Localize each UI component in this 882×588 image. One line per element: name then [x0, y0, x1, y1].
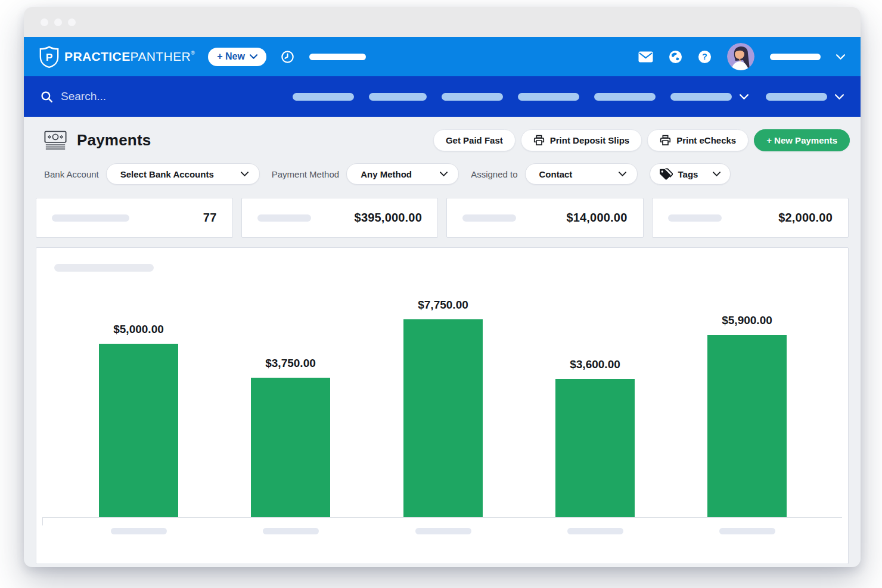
bar-value-label: $5,900.00 [688, 314, 807, 327]
print-deposit-slips-button[interactable]: Print Deposit Slips [521, 129, 642, 151]
chevron-down-icon [431, 172, 448, 176]
window-maximize-dot[interactable] [68, 18, 76, 26]
stats-row: 77 $395,000.00 $14,000.00 $2,000.00 [36, 198, 849, 238]
search-placeholder: Search... [61, 90, 106, 103]
bar-4[interactable] [555, 379, 635, 517]
brand-wordmark: PRACTICEPANTHER® [64, 49, 195, 64]
get-paid-fast-button[interactable]: Get Paid Fast [433, 129, 515, 151]
search-input[interactable]: Search... [41, 90, 106, 103]
bank-account-select[interactable]: Select Bank Accounts [106, 163, 260, 185]
chevron-down-icon [610, 172, 626, 176]
payments-money-icon [44, 130, 67, 150]
redacted-stat-label [462, 214, 516, 222]
svg-text:?: ? [702, 52, 707, 61]
print-echecks-button[interactable]: Print eChecks [647, 129, 749, 151]
payment-method-label: Payment Method [272, 169, 339, 179]
x-axis-label-placeholder [263, 528, 319, 534]
history-clock-icon[interactable] [281, 50, 294, 64]
chevron-down-icon [704, 172, 720, 176]
bar-value-label: $3,750.00 [231, 357, 350, 370]
nav-item-placeholder[interactable] [594, 93, 656, 101]
assigned-to-label: Assigned to [471, 169, 517, 179]
stat-card-total-2: $14,000.00 [446, 198, 644, 238]
nav-dropdown-chevron-icon[interactable] [835, 94, 844, 99]
stat-card-total-3: $2,000.00 [652, 198, 849, 238]
assigned-to-select[interactable]: Contact [525, 163, 638, 185]
y-axis-tick [42, 517, 43, 525]
payment-method-select[interactable]: Any Method [346, 163, 459, 185]
chevron-down-icon [250, 54, 257, 59]
logo-shield-icon: P [39, 46, 59, 68]
page-actions: Get Paid Fast Print Deposit Slips [433, 129, 850, 151]
nav-item-placeholder[interactable] [766, 93, 827, 101]
printer-icon [533, 135, 545, 146]
account-menu-chevron-icon[interactable] [836, 54, 845, 60]
filter-bar: Bank Account Select Bank Accounts Paymen… [44, 163, 850, 185]
window-minimize-dot[interactable] [54, 18, 62, 26]
x-axis-label-placeholder [567, 528, 623, 534]
bar-3[interactable] [403, 319, 483, 517]
app-header: P PRACTICEPANTHER® + New [24, 37, 861, 76]
user-avatar[interactable] [727, 43, 754, 70]
bar-chart-plot: $5,000.00$3,750.00$7,750.00$3,600.00$5,9… [36, 248, 848, 564]
x-axis-label-placeholder [415, 528, 471, 534]
tags-icon [659, 168, 673, 180]
window-close-dot[interactable] [41, 18, 48, 26]
x-axis-label-placeholder [719, 528, 775, 534]
window-titlebar [24, 7, 861, 37]
help-icon[interactable]: ? [698, 50, 712, 64]
bar-value-label: $5,000.00 [79, 323, 198, 336]
redacted-text-pill [309, 54, 366, 60]
nav-dropdown-chevron-icon[interactable] [740, 94, 749, 99]
stat-value: $14,000.00 [566, 211, 627, 225]
mail-icon[interactable] [638, 51, 653, 63]
nav-item-placeholder[interactable] [518, 93, 579, 101]
nav-item-placeholder[interactable] [369, 93, 427, 101]
tags-select[interactable]: Tags [650, 163, 731, 185]
globe-icon[interactable] [669, 50, 682, 64]
payments-bar-chart: $5,000.00$3,750.00$7,750.00$3,600.00$5,9… [36, 247, 849, 564]
app-window: P PRACTICEPANTHER® + New [24, 7, 861, 567]
redacted-username-pill [770, 54, 821, 60]
nav-item-placeholder[interactable] [670, 93, 732, 101]
bar-value-label: $3,600.00 [536, 358, 655, 371]
printer-icon [660, 135, 671, 146]
x-axis-line [42, 517, 842, 518]
new-button[interactable]: + New [208, 48, 266, 66]
stat-card-total-1: $395,000.00 [241, 198, 439, 238]
page-title: Payments [77, 131, 151, 150]
search-icon [41, 91, 53, 103]
stat-value: $2,000.00 [778, 211, 833, 225]
x-axis-label-placeholder [111, 528, 167, 534]
bank-account-label: Bank Account [44, 169, 99, 179]
bar-2[interactable] [251, 378, 330, 517]
redacted-stat-label [52, 214, 129, 222]
chevron-down-icon [232, 172, 249, 176]
nav-item-placeholder[interactable] [293, 93, 354, 101]
bar-5[interactable] [707, 335, 787, 517]
nav-bar: Search... [24, 76, 861, 117]
bar-value-label: $7,750.00 [384, 298, 503, 312]
redacted-stat-label [668, 214, 722, 222]
nav-menu [278, 93, 844, 101]
stat-card-count: 77 [36, 198, 233, 238]
practicepanther-logo[interactable]: P PRACTICEPANTHER® [39, 46, 195, 68]
page-header: Payments Get Paid Fast Print Deposit Sli… [44, 129, 850, 151]
stat-value: $395,000.00 [355, 211, 422, 225]
redacted-stat-label [257, 214, 311, 222]
new-payments-button[interactable]: + New Payments [754, 129, 850, 151]
nav-item-placeholder[interactable] [442, 93, 503, 101]
stat-value: 77 [203, 211, 217, 225]
bar-1[interactable] [99, 344, 178, 517]
svg-text:P: P [46, 51, 53, 63]
